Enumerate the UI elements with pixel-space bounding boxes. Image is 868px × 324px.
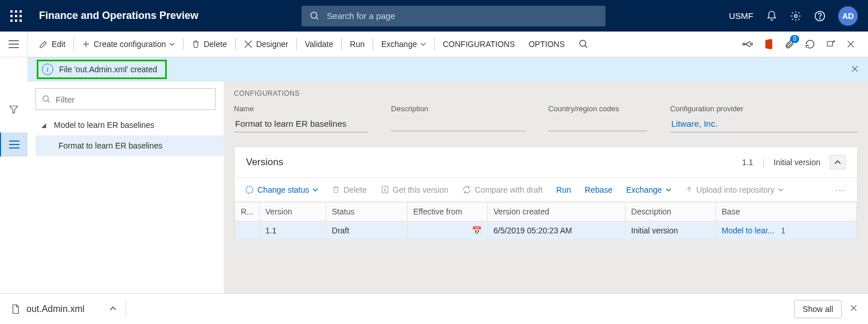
- cell-status[interactable]: Draft: [326, 221, 407, 240]
- col-created[interactable]: Version created: [487, 202, 625, 221]
- field-label-provider: Configuration provider: [670, 104, 858, 113]
- change-status-button[interactable]: Change status: [239, 185, 324, 194]
- field-description[interactable]: [391, 116, 525, 131]
- chevron-up-icon[interactable]: [110, 304, 116, 314]
- filter-input-wrap[interactable]: [36, 88, 216, 110]
- refresh-icon[interactable]: [805, 39, 815, 49]
- office-icon[interactable]: [764, 38, 774, 50]
- col-status[interactable]: Status: [326, 202, 407, 221]
- col-version[interactable]: Version: [259, 202, 326, 221]
- search-icon: [310, 11, 320, 21]
- cell-r[interactable]: [235, 221, 260, 240]
- versions-card: Versions 1.1 | Initial version Change st…: [234, 146, 858, 240]
- company-picker[interactable]: USMF: [729, 11, 754, 21]
- filter-rail-icon[interactable]: [8, 104, 19, 116]
- compare-button[interactable]: Compare with draft: [456, 185, 548, 194]
- field-name[interactable]: Format to learn ER baselines: [234, 116, 368, 132]
- popout-icon[interactable]: [826, 40, 836, 49]
- run-button[interactable]: Run: [343, 32, 372, 57]
- col-r[interactable]: R...: [235, 202, 260, 221]
- options-tab[interactable]: OPTIONS: [522, 32, 572, 57]
- svg-point-10: [580, 40, 586, 46]
- svg-point-4: [819, 18, 820, 18]
- upload-button[interactable]: Upload into repository: [679, 185, 789, 194]
- find-button[interactable]: [572, 32, 599, 57]
- caret-down-icon: ◢: [41, 122, 48, 129]
- attachments-badge: 0: [790, 35, 799, 43]
- edit-button[interactable]: Edit: [32, 32, 72, 57]
- svg-point-13: [750, 43, 752, 45]
- search-input[interactable]: [327, 11, 597, 21]
- svg-point-2: [795, 14, 797, 17]
- tree-node-label: Model to learn ER baselines: [54, 120, 154, 130]
- connector-icon[interactable]: [742, 41, 753, 48]
- table-row[interactable]: 1.1 Draft 📅 6/5/2019 05:20:23 AM Initial…: [235, 221, 857, 240]
- get-version-button[interactable]: Get this version: [375, 185, 454, 194]
- designer-button[interactable]: Designer: [237, 32, 295, 57]
- download-filename: out.Admin.xml: [26, 304, 84, 314]
- validate-button[interactable]: Validate: [298, 32, 341, 57]
- nav-toggle-button[interactable]: [0, 32, 28, 57]
- tree-panel: ◢ Model to learn ER baselines Format to …: [28, 81, 224, 294]
- tree-node-label: Format to learn ER baselines: [58, 141, 162, 150]
- cell-version[interactable]: 1.1: [259, 221, 326, 240]
- create-configuration-button[interactable]: Create configuration: [75, 32, 182, 57]
- help-icon[interactable]: [814, 10, 826, 22]
- svg-line-23: [48, 100, 49, 102]
- col-effective[interactable]: Effective from: [407, 202, 487, 221]
- attachments-icon[interactable]: 0: [784, 38, 795, 50]
- tree-node-child[interactable]: Format to learn ER baselines: [36, 135, 224, 156]
- field-label-name: Name: [234, 104, 368, 113]
- field-label-description: Description: [391, 104, 525, 113]
- show-all-button[interactable]: Show all: [794, 300, 842, 318]
- app-title: Finance and Operations Preview: [39, 10, 198, 22]
- cell-description[interactable]: Initial version: [625, 221, 715, 240]
- version-run-button[interactable]: Run: [550, 185, 577, 194]
- svg-line-11: [585, 45, 587, 48]
- search-icon: [578, 39, 589, 49]
- user-avatar[interactable]: AD: [838, 6, 858, 26]
- col-description[interactable]: Description: [625, 202, 715, 221]
- notification-close-icon[interactable]: [851, 65, 859, 75]
- gear-icon[interactable]: [790, 10, 801, 22]
- svg-rect-14: [827, 41, 832, 46]
- tree-node-root[interactable]: ◢ Model to learn ER baselines: [36, 115, 224, 135]
- notification-message: File 'out.Admin.xml' created: [59, 65, 157, 74]
- filter-input[interactable]: [56, 95, 209, 104]
- cell-effective[interactable]: 📅: [407, 221, 487, 240]
- field-provider[interactable]: Litware, Inc.: [670, 116, 858, 132]
- collapse-button[interactable]: [830, 155, 846, 170]
- chevron-down-icon: [666, 187, 671, 193]
- cell-created[interactable]: 6/5/2019 05:20:23 AM: [487, 221, 625, 240]
- bell-icon[interactable]: [766, 10, 777, 22]
- svg-point-24: [246, 186, 253, 193]
- field-country[interactable]: [548, 116, 647, 131]
- rebase-button[interactable]: Rebase: [579, 185, 618, 194]
- calendar-icon[interactable]: 📅: [472, 226, 482, 235]
- svg-point-0: [311, 12, 317, 18]
- download-file-chip[interactable]: out.Admin.xml: [10, 303, 116, 315]
- delete-button[interactable]: Delete: [185, 32, 233, 57]
- global-search[interactable]: [302, 6, 605, 26]
- more-icon[interactable]: ···: [828, 185, 853, 194]
- version-exchange-menu[interactable]: Exchange: [620, 185, 677, 194]
- notification-bar: i File 'out.Admin.xml' created: [28, 57, 868, 81]
- configurations-tab[interactable]: CONFIGURATIONS: [436, 32, 522, 57]
- action-pane: Edit Create configuration Delete Designe…: [0, 32, 868, 57]
- app-launcher-icon[interactable]: [10, 10, 22, 22]
- filter-search-icon: [42, 95, 51, 104]
- version-delete-button[interactable]: Delete: [326, 185, 372, 194]
- info-icon: i: [42, 64, 53, 75]
- svg-line-1: [316, 17, 318, 19]
- chevron-down-icon: [778, 187, 784, 193]
- downloads-close-icon[interactable]: [850, 304, 858, 314]
- cell-base[interactable]: Model to lear... 1: [715, 221, 857, 240]
- list-rail-icon[interactable]: [0, 132, 28, 157]
- versions-grid: R... Version Status Effective from Versi…: [234, 202, 857, 240]
- section-title: CONFIGURATIONS: [234, 89, 858, 97]
- close-icon[interactable]: [846, 40, 855, 49]
- svg-point-12: [743, 43, 745, 45]
- col-base[interactable]: Base: [715, 202, 857, 221]
- exchange-menu[interactable]: Exchange: [374, 32, 433, 57]
- chevron-down-icon: [169, 41, 175, 47]
